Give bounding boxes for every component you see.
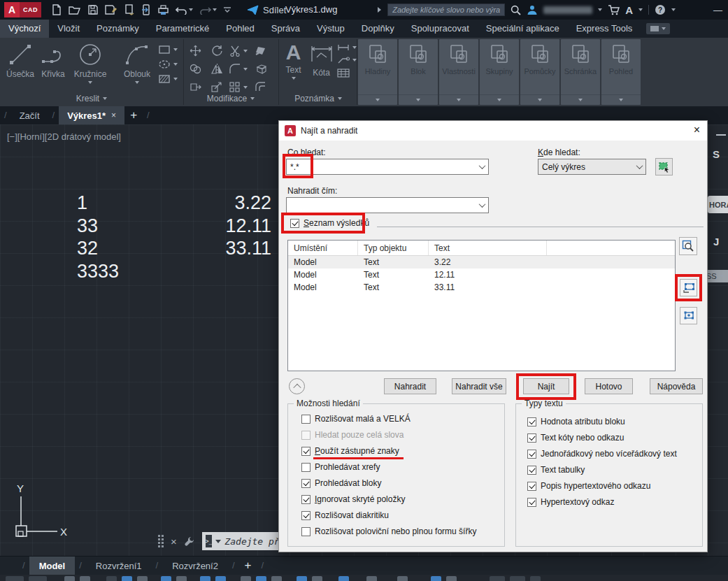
trim-dropdown-icon[interactable] [243, 50, 248, 52]
status-icon[interactable] [29, 576, 47, 581]
checkbox[interactable] [301, 447, 311, 456]
find-button[interactable]: Najít [523, 378, 569, 394]
command-line-grip[interactable] [158, 535, 164, 547]
kreslit-panel-label[interactable]: Kreslit [0, 92, 183, 105]
checkbox[interactable] [301, 527, 311, 536]
checkbox[interactable] [527, 498, 536, 507]
expand-search-icon[interactable] [377, 6, 382, 13]
ribbon-tab[interactable]: Pohled [217, 20, 262, 38]
column-header-text[interactable]: Text [429, 241, 547, 255]
table-row[interactable]: Model Text 3.22 [288, 256, 675, 268]
checkbox[interactable] [301, 495, 311, 504]
status-icon[interactable] [137, 576, 148, 581]
replace-all-button[interactable]: Nahradit vše [452, 378, 506, 394]
add-to-selection-button[interactable] [680, 307, 697, 324]
create-selection-set-button[interactable] [680, 279, 697, 296]
ribbon-tab[interactable]: Výstup [308, 20, 353, 38]
new-drawing-button[interactable]: + [124, 106, 143, 124]
circle-dropdown-icon[interactable] [88, 81, 92, 84]
status-icon[interactable] [397, 576, 408, 581]
rectangle-tool-button[interactable] [158, 45, 178, 55]
replace-with-combobox[interactable] [286, 197, 489, 213]
command-input[interactable]: >_ Zadejte pří [202, 532, 285, 550]
status-icon[interactable] [241, 576, 251, 581]
leader-tool-button[interactable] [337, 56, 357, 64]
checkbox[interactable] [527, 466, 536, 475]
help-button[interactable]: Nápověda [650, 378, 703, 394]
plot-button[interactable] [124, 4, 135, 15]
text-type-checkbox[interactable]: Hodnota atributu bloku [527, 416, 677, 427]
dialog-title-bar[interactable]: A Najít a nahradit [279, 121, 707, 141]
collapsed-panel-button[interactable]: Schránka [561, 39, 600, 105]
circle-tool-button[interactable]: Kružnice [70, 38, 110, 84]
array-dropdown-icon[interactable] [243, 86, 248, 89]
new-file-button[interactable] [51, 4, 62, 15]
command-terminal-icon[interactable]: >_ [206, 535, 213, 547]
text-type-checkbox[interactable]: Jednořádkový nebo víceřádkový text [527, 448, 677, 459]
collapsed-panel-button[interactable]: Vlastnosti [439, 39, 478, 105]
checkbox[interactable] [527, 417, 536, 426]
text-type-checkbox[interactable]: Text tabulky [527, 464, 677, 475]
status-icon[interactable] [200, 576, 210, 581]
search-option-checkbox[interactable]: Rozlišovat poloviční nebo plnou formu ší… [301, 526, 476, 537]
table-row[interactable]: Model Text 12.11 [288, 268, 675, 281]
panel-expand-button[interactable] [561, 94, 600, 105]
hatch-dropdown-icon[interactable] [173, 78, 178, 80]
search-option-checkbox[interactable]: Použít zástupné znaky [301, 445, 476, 457]
ribbon-tab[interactable]: Speciální aplikace [478, 20, 568, 38]
status-icon[interactable] [256, 576, 266, 581]
ucs-icon[interactable]: Y X [10, 482, 87, 547]
rectangle-dropdown-icon[interactable] [173, 48, 178, 51]
checkbox[interactable] [301, 415, 311, 424]
modifikace-panel-label[interactable]: Modifikace [185, 92, 277, 105]
ribbon-tab[interactable]: Vložit [49, 20, 88, 38]
status-grid-icon[interactable] [64, 576, 75, 581]
user-account-icon[interactable] [527, 4, 538, 15]
text-type-checkbox[interactable]: Hypertextový odkaz [527, 496, 677, 508]
search-option-checkbox[interactable]: Prohledávat bloky [301, 478, 476, 489]
column-header-location[interactable]: Umístění [288, 241, 358, 255]
layout-tab[interactable]: Model [29, 557, 76, 575]
arc-tool-button[interactable]: Oblouk [117, 38, 157, 84]
undo-button[interactable] [176, 6, 193, 15]
arc-dropdown-icon[interactable] [135, 81, 139, 84]
trim-tool-button[interactable] [229, 45, 248, 57]
minimize-button[interactable]: — [713, 5, 722, 15]
search-option-checkbox[interactable]: Prohledávat xrefy [301, 461, 476, 473]
text-type-checkbox[interactable]: Text kóty nebo odkazu [527, 432, 677, 443]
ellipse-tool-button[interactable] [158, 59, 178, 69]
close-tab-icon[interactable]: × [111, 110, 116, 120]
panel-expand-button[interactable] [480, 94, 519, 105]
find-what-value[interactable]: *.* [287, 162, 476, 172]
panel-expand-button[interactable] [439, 94, 478, 105]
checkbox[interactable] [527, 450, 536, 459]
hatch-tool-button[interactable] [158, 74, 178, 84]
panel-expand-button[interactable] [601, 94, 641, 105]
panel-expand-button[interactable] [520, 94, 559, 105]
status-icon[interactable] [271, 576, 282, 581]
select-objects-button[interactable] [655, 158, 673, 175]
table-tool-button[interactable] [337, 69, 357, 78]
where-value[interactable]: Celý výkres [538, 162, 633, 172]
viewport-controls[interactable]: [−][Horní][2D drátový model] [7, 131, 121, 142]
search-option-checkbox[interactable]: Ignorovat skryté položky [301, 494, 476, 505]
customize-qat-button[interactable] [223, 6, 231, 13]
command-line-close-icon[interactable]: × [171, 536, 177, 547]
fillet-dropdown-icon[interactable] [243, 68, 248, 71]
status-icon[interactable] [366, 576, 377, 581]
collapsed-panel-button[interactable]: Hladiny [358, 39, 397, 105]
find-what-combobox[interactable]: *.* [286, 159, 489, 175]
line-tool-button[interactable]: Úsečka [4, 38, 36, 84]
viewcube-north-label[interactable]: S [713, 148, 720, 160]
where-dropdown[interactable] [633, 159, 645, 174]
checkbox[interactable] [290, 219, 299, 228]
search-icon[interactable] [511, 5, 521, 15]
ellipse-dropdown-icon[interactable] [173, 63, 178, 66]
poznamka-panel-label[interactable]: Poznámka [280, 92, 357, 105]
layout-tab[interactable]: Rozvržení2 [162, 557, 228, 575]
ribbon-tab[interactable]: Doplňky [353, 20, 403, 38]
status-icon[interactable] [106, 576, 117, 581]
export-button[interactable] [141, 4, 151, 15]
column-header-type[interactable]: Typ objektu [358, 241, 429, 255]
redo-dropdown-icon[interactable] [213, 8, 217, 11]
